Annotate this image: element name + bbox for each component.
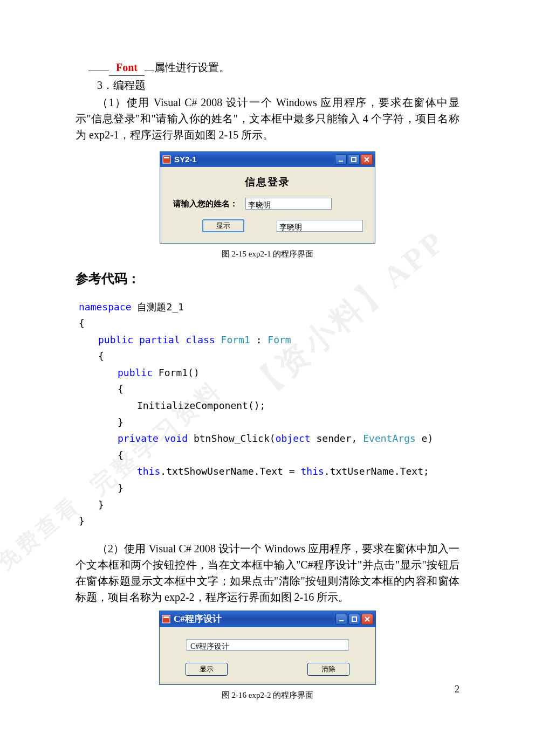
window-title: SY2-1 — [174, 154, 335, 166]
clear-button[interactable]: 清除 — [307, 663, 349, 676]
app-icon — [162, 615, 170, 623]
code: { — [79, 317, 85, 329]
code: 自测题2_1 — [132, 301, 184, 313]
code: object — [276, 433, 311, 444]
code — [180, 334, 186, 345]
code — [133, 334, 139, 345]
exp2-2-window: C#程序设计 C#程序设计 显示 清除 — [159, 611, 376, 685]
code: } — [118, 417, 124, 428]
code — [159, 433, 164, 444]
code: Form1() — [153, 367, 200, 378]
output-textbox[interactable]: 李晓明 — [277, 220, 363, 232]
code: this — [137, 466, 160, 477]
show-button[interactable]: 显示 — [186, 663, 228, 676]
app-icon — [162, 155, 171, 164]
code: } — [79, 515, 85, 526]
underline-trail — [145, 71, 154, 71]
svg-rect-9 — [352, 617, 356, 621]
code-block: namespace 自测题2_1 { public partial class … — [79, 299, 459, 530]
name-label: 请输入您的姓名： — [168, 198, 238, 210]
section-number: 3．编程题 — [76, 77, 459, 93]
titlebar: SY2-1 — [160, 152, 375, 167]
code: this — [300, 466, 324, 477]
figure-caption-1: 图 2-15 exp2-1 的程序界面 — [76, 248, 459, 260]
underline-lead — [88, 71, 109, 71]
code: InitializeComponent(); — [137, 400, 265, 411]
code: { — [118, 383, 124, 394]
show-button[interactable]: 显示 — [202, 219, 244, 232]
text: 属性进行设置。 — [154, 61, 230, 73]
code: public — [98, 334, 133, 345]
code: } — [98, 499, 104, 510]
window-title: C#程序设计 — [174, 612, 335, 626]
minimize-button[interactable] — [335, 614, 347, 625]
minimize-button[interactable] — [335, 154, 347, 165]
code: sender, — [311, 433, 363, 444]
maximize-button[interactable] — [348, 614, 360, 625]
code: namespace — [79, 301, 132, 313]
form-heading: 信息登录 — [168, 175, 367, 190]
exercise-1: （1）使用 Visual C# 2008 设计一个 Windows 应用程序，要… — [76, 94, 459, 143]
close-button[interactable] — [361, 614, 373, 625]
text-input[interactable]: C#程序设计 — [187, 639, 348, 651]
code: partial — [139, 334, 180, 345]
code: public — [118, 367, 153, 378]
code: EventArgs — [363, 433, 416, 444]
close-button[interactable] — [361, 154, 373, 165]
exercise-2: （2）使用 Visual C# 2008 设计一个 Windows 应用程序，要… — [76, 540, 459, 605]
figure-caption-2: 图 2-16 exp2-2 的程序界面 — [76, 689, 459, 702]
svg-rect-7 — [163, 616, 169, 618]
text-line: Font属性进行设置。 — [88, 59, 459, 76]
code: } — [118, 482, 124, 494]
svg-rect-3 — [352, 157, 356, 162]
code: Form — [268, 334, 291, 345]
maximize-button[interactable] — [348, 154, 360, 165]
code: .txtShowUserName.Text = — [160, 466, 300, 477]
titlebar: C#程序设计 — [160, 611, 375, 627]
watermark: 免费查看 — [0, 489, 87, 578]
code: { — [98, 350, 104, 362]
code — [215, 334, 221, 345]
reference-code-heading: 参考代码： — [76, 269, 459, 288]
code: e) — [416, 433, 434, 444]
code: .txtUserName.Text; — [324, 466, 429, 477]
code: { — [118, 449, 124, 461]
font-answer: Font — [109, 59, 145, 76]
code: void — [164, 433, 188, 444]
exp2-1-window: SY2-1 信息登录 请输入您的姓名： 李晓明 显示 李晓明 — [160, 151, 375, 244]
name-input[interactable]: 李晓明 — [245, 198, 332, 210]
code: class — [186, 334, 215, 345]
code: : — [250, 334, 268, 345]
code: private — [118, 433, 159, 444]
code: Form1 — [221, 334, 250, 345]
code: btnShow_Click( — [188, 433, 276, 444]
svg-rect-1 — [164, 157, 169, 158]
